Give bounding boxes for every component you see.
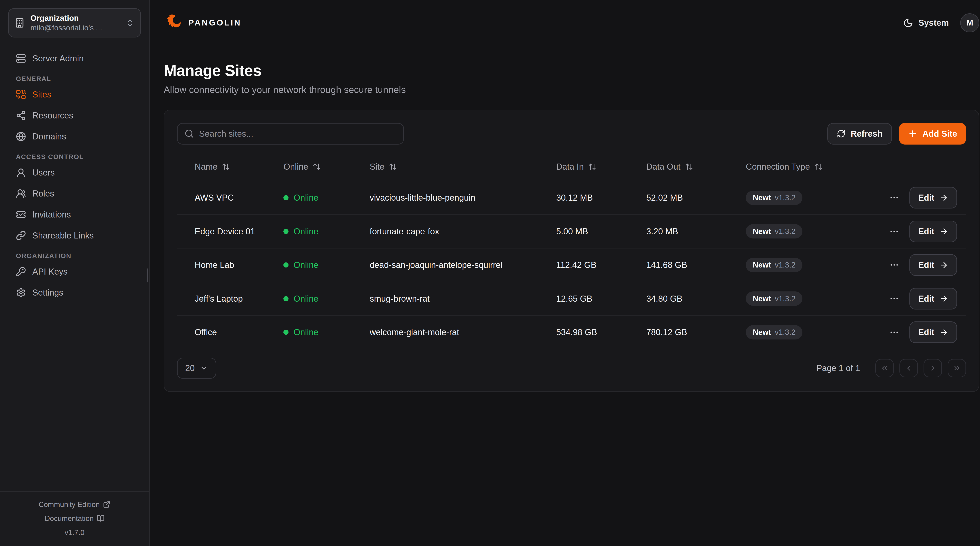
sidebar-item-settings[interactable]: Settings: [8, 285, 141, 300]
table-header: NameOnlineSiteData InData OutConnection …: [177, 153, 966, 180]
building-icon: [14, 18, 25, 28]
documentation-link[interactable]: Documentation: [0, 511, 149, 525]
page-size-select[interactable]: 20: [177, 358, 216, 379]
share-icon: [16, 110, 26, 121]
site-row: AWS VPCOnlinevivacious-little-blue-pengu…: [177, 180, 966, 214]
site-slug: dead-san-joaquin-antelope-squirrel: [370, 260, 556, 270]
sidebar-item-label: Users: [32, 168, 55, 177]
column-header-site[interactable]: Site: [370, 162, 397, 172]
column-header-out[interactable]: Data Out: [646, 162, 693, 172]
arrow-right-icon: [939, 294, 948, 303]
connection-type-badge: Newtv1.3.2: [746, 191, 802, 205]
row-menu-button[interactable]: [889, 260, 899, 270]
edit-button[interactable]: Edit: [910, 220, 957, 242]
sidebar-item-api-keys[interactable]: API Keys: [8, 264, 141, 279]
edit-button[interactable]: Edit: [910, 254, 957, 276]
server-icon: [16, 53, 26, 64]
sidebar-item-server-admin[interactable]: Server Admin: [8, 51, 141, 66]
search-input[interactable]: [199, 129, 396, 139]
sort-icon: [815, 163, 822, 171]
row-menu-button[interactable]: [889, 327, 899, 337]
site-row: Jeff's LaptopOnlinesmug-brown-rat12.65 G…: [177, 282, 966, 315]
online-dot-icon: [283, 330, 288, 335]
sidebar-nav: Server AdminGENERALSitesResourcesDomains…: [8, 51, 141, 300]
site-name: AWS VPC: [195, 193, 283, 203]
column-header-conn[interactable]: Connection Type: [746, 162, 822, 172]
sidebar-item-invitations[interactable]: Invitations: [8, 207, 141, 222]
sidebar-item-sites[interactable]: Sites: [8, 87, 141, 102]
sidebar-item-label: Settings: [32, 288, 63, 297]
org-selector[interactable]: Organization milo@fossorial.io's ...: [8, 8, 141, 37]
avatar[interactable]: M: [960, 13, 979, 32]
sidebar: Organization milo@fossorial.io's ... Ser…: [0, 0, 150, 546]
plus-icon: [908, 129, 918, 139]
sidebar-item-label: Invitations: [32, 210, 71, 219]
gear-icon: [16, 287, 26, 298]
first-page-button[interactable]: [875, 359, 894, 377]
connection-type-badge: Newtv1.3.2: [746, 325, 802, 340]
theme-toggle[interactable]: System: [903, 18, 949, 28]
edit-button[interactable]: Edit: [910, 288, 957, 310]
site-data-out: 34.80 GB: [646, 294, 746, 303]
sidebar-item-resources[interactable]: Resources: [8, 108, 141, 123]
next-page-button[interactable]: [924, 359, 942, 377]
edit-button[interactable]: Edit: [910, 187, 957, 209]
sidebar-item-roles[interactable]: Roles: [8, 186, 141, 201]
column-header-online[interactable]: Online: [283, 162, 321, 172]
site-slug: fortunate-cape-fox: [370, 227, 556, 236]
search-box: [177, 123, 404, 145]
documentation-label: Documentation: [45, 514, 94, 523]
sort-icon: [685, 163, 693, 171]
user-icon: [16, 168, 26, 178]
arrow-right-icon: [939, 227, 948, 236]
last-page-button[interactable]: [948, 359, 966, 377]
page-subtitle: Allow connectivity to your network throu…: [164, 84, 979, 95]
sidebar-item-label: Roles: [32, 189, 54, 198]
sort-icon: [313, 163, 321, 171]
sidebar-item-users[interactable]: Users: [8, 165, 141, 180]
column-header-name[interactable]: Name: [195, 162, 230, 172]
site-status: Online: [283, 294, 370, 303]
site-slug: smug-brown-rat: [370, 294, 556, 303]
arrow-right-icon: [939, 193, 948, 202]
chevrons-up-down-icon: [126, 18, 134, 27]
site-data-out: 141.68 GB: [646, 260, 746, 270]
sort-icon: [389, 163, 397, 171]
row-menu-button[interactable]: [889, 294, 899, 304]
brand[interactable]: PANGOLIN: [164, 13, 242, 32]
site-connection-type: Newtv1.3.2: [746, 325, 873, 340]
app-root: Organization milo@fossorial.io's ... Ser…: [0, 0, 980, 546]
chevron-down-icon: [200, 364, 208, 372]
sidebar-scroll-area: Organization milo@fossorial.io's ... Ser…: [0, 0, 149, 491]
sidebar-item-shareable-links[interactable]: Shareable Links: [8, 228, 141, 243]
row-menu-button[interactable]: [889, 226, 899, 236]
chevrons-right-icon: [953, 364, 961, 372]
connection-type-badge: Newtv1.3.2: [746, 291, 802, 306]
site-data-in: 30.12 MB: [556, 193, 646, 203]
community-edition-link[interactable]: Community Edition: [0, 498, 149, 511]
sidebar-item-domains[interactable]: Domains: [8, 129, 141, 144]
brand-name: PANGOLIN: [188, 18, 242, 27]
site-connection-type: Newtv1.3.2: [746, 258, 873, 272]
table-body: AWS VPCOnlinevivacious-little-blue-pengu…: [177, 180, 966, 349]
sidebar-scrollbar-thumb[interactable]: [146, 268, 149, 283]
site-data-out: 52.02 MB: [646, 193, 746, 203]
column-header-in[interactable]: Data In: [556, 162, 597, 172]
refresh-button[interactable]: Refresh: [827, 123, 892, 145]
prev-page-button[interactable]: [899, 359, 918, 377]
sidebar-item-label: Server Admin: [32, 54, 84, 63]
org-selector-label: Organization: [30, 14, 120, 23]
sidebar-item-label: Shareable Links: [32, 231, 94, 240]
pagination: 20 Page 1 of 1: [177, 358, 966, 379]
external-link-icon: [103, 501, 111, 508]
globe-icon: [16, 131, 26, 142]
site-status: Online: [283, 193, 370, 203]
pangolin-logo-icon: [164, 13, 183, 32]
page-title: Manage Sites: [164, 62, 979, 80]
edit-button[interactable]: Edit: [910, 321, 957, 343]
site-name: Edge Device 01: [195, 227, 283, 236]
add-site-button[interactable]: Add Site: [899, 123, 966, 145]
row-menu-button[interactable]: [889, 193, 899, 203]
sidebar-item-label: API Keys: [32, 267, 68, 276]
ticket-icon: [16, 209, 26, 220]
